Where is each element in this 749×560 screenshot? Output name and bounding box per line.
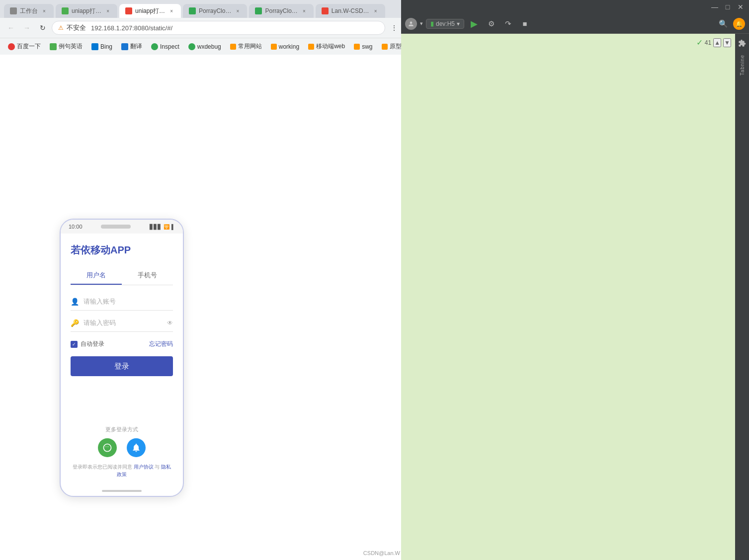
wifi-icon: 🛜 <box>164 224 169 230</box>
login-button[interactable]: 登录 <box>71 356 173 376</box>
bookmark-favicon-changyong <box>230 44 236 50</box>
phone-time: 10:00 <box>69 224 83 230</box>
back-button[interactable]: ← <box>4 21 18 35</box>
scroll-up-button[interactable]: ▲ <box>713 38 721 47</box>
address-bar[interactable]: ⚠ 不安全 192.168.1.207:8080/static/#/ <box>52 21 385 35</box>
bookmark-label-yuanxing: 原型 <box>390 42 402 51</box>
redo-button[interactable]: ↷ <box>501 17 515 31</box>
bookmark-working[interactable]: working <box>267 40 303 53</box>
ide-close-button[interactable]: ✕ <box>736 2 745 11</box>
watermark: CSDN@Lan.W <box>363 550 400 556</box>
password-field[interactable]: 🔑 请输入密码 👁 <box>71 315 173 332</box>
build-button[interactable]: ⚙ <box>484 17 498 31</box>
tab-favicon-5 <box>255 7 262 14</box>
phone-body: 若依移动APP 用户名 手机号 👤 请输入账号 🔑 请输入密码 👁 <box>61 234 183 486</box>
eye-icon[interactable]: 👁 <box>167 320 173 326</box>
phone-signal: ▊▊▊ 🛜 ▌ <box>150 224 175 230</box>
tab-close-3[interactable]: × <box>168 7 175 14</box>
bookmark-favicon-inspect <box>151 43 158 50</box>
bookmark-changyong[interactable]: 常用网站 <box>226 40 266 53</box>
count-badge: 41 <box>705 39 711 46</box>
bookmark-label-translate: 翻译 <box>130 42 142 51</box>
ide-titlebar: — □ ✕ <box>401 0 749 14</box>
run-button[interactable]: ▶ <box>467 17 481 31</box>
bookmark-favicon-liju <box>50 43 57 50</box>
bookmark-lijuyingyu[interactable]: 例句英语 <box>46 40 86 53</box>
tab-porray2[interactable]: PorrayClo… × <box>249 4 313 18</box>
browser-content: 10:00 ▊▊▊ 🛜 ▌ 若依移动APP 用户名 手机号 <box>0 55 405 560</box>
bookmark-swg[interactable]: swg <box>350 40 376 53</box>
tabnine-label: Tabnine <box>740 55 745 76</box>
bookmark-inspect[interactable]: Inspect <box>147 40 183 53</box>
browser-toolbar: ← → ↻ ⚠ 不安全 192.168.1.207:8080/static/#/… <box>0 18 405 38</box>
address-text: 192.168.1.207:8080/static/#/ <box>91 24 172 32</box>
forgot-password-link[interactable]: 忘记密码 <box>149 340 173 348</box>
tab-favicon-2 <box>62 7 69 14</box>
tab-porray1[interactable]: PorrayClo… × <box>183 4 247 18</box>
ide-scroll-area: ✓ 41 ▲ ▼ <box>696 38 731 47</box>
tab-label-2: uniapp打… <box>72 7 101 15</box>
tab-favicon-6 <box>322 7 329 14</box>
home-bar-line <box>102 490 142 492</box>
stop-button[interactable]: ■ <box>518 17 532 31</box>
forward-button[interactable]: → <box>20 21 34 35</box>
tab-lanw[interactable]: Lan.W-CSD… × <box>316 4 385 18</box>
username-field[interactable]: 👤 请输入账号 <box>71 293 173 311</box>
tab-close-4[interactable]: × <box>234 7 241 14</box>
extensions-button[interactable]: ⋮ <box>387 21 401 35</box>
key-icon: 🔑 <box>71 319 80 327</box>
bookmark-favicon-bing <box>91 43 98 50</box>
notification-icon[interactable] <box>127 438 146 457</box>
more-login-section: 更多登录方式 <box>71 426 173 478</box>
user-avatar[interactable] <box>405 18 417 30</box>
tab-close-1[interactable]: × <box>41 7 48 14</box>
tab-phone[interactable]: 手机号 <box>122 267 173 285</box>
bookmark-label-working: working <box>279 43 299 50</box>
security-label: 不安全 <box>67 23 86 32</box>
phone-frame: 10:00 ▊▊▊ 🛜 ▌ 若依移动APP 用户名 手机号 <box>60 219 184 497</box>
branch-selector[interactable]: ▮ dev:H5 ▾ <box>426 19 464 29</box>
ide-content-area: ⋮ ✓ 41 ▲ ▼ Tabnine <box>401 34 749 560</box>
user-agreement-link[interactable]: 用户协议 <box>134 464 154 470</box>
bookmark-baiduyixia[interactable]: 百度一下 <box>4 40 45 53</box>
auto-login-label: 自动登录 <box>81 340 104 348</box>
bookmark-wxdebug[interactable]: wxdebug <box>184 40 225 53</box>
tab-uniapp2[interactable]: uniapp打… × <box>119 4 181 18</box>
bookmark-favicon-swg <box>354 44 360 50</box>
tab-uniapp1[interactable]: uniapp打… × <box>56 4 117 18</box>
tab-close-6[interactable]: × <box>372 7 379 14</box>
auto-login-left: ✓ 自动登录 <box>71 340 104 348</box>
ide-notification-button[interactable]: 🔔 <box>733 18 745 30</box>
bookmark-mobileweb[interactable]: 移动端web <box>304 40 349 53</box>
tab-favicon-3 <box>125 7 132 14</box>
bookmark-favicon-working <box>271 44 277 50</box>
password-placeholder: 请输入密码 <box>83 319 163 327</box>
ide-minimize-button[interactable]: — <box>710 2 719 11</box>
bookmark-favicon-yuanxing <box>382 44 388 50</box>
bookmark-label-baidu: 百度一下 <box>17 42 41 51</box>
battery-icon: ▌ <box>171 224 175 230</box>
bookmark-label-inspect: Inspect <box>160 43 179 50</box>
bookmark-bing[interactable]: Bing <box>87 40 116 53</box>
bookmark-label-swg: swg <box>362 43 372 50</box>
browser-window: 工作台 × uniapp打… × uniapp打… × PorrayClo… ×… <box>0 0 405 560</box>
auto-login-checkbox[interactable]: ✓ <box>71 341 78 348</box>
bookmark-favicon-baidu <box>8 43 15 50</box>
bookmark-translate[interactable]: 翻译 <box>117 40 146 53</box>
ide-plugin-icon[interactable] <box>737 38 748 49</box>
checkmark-icon: ✓ <box>696 38 703 47</box>
user-dropdown-icon[interactable]: ▾ <box>420 20 423 27</box>
bookmark-favicon-wxdebug <box>188 43 195 50</box>
tab-close-2[interactable]: × <box>104 7 111 14</box>
tab-gongzuotai[interactable]: 工作台 × <box>4 4 54 18</box>
tab-label-4: PorrayClo… <box>199 7 231 14</box>
scroll-down-button[interactable]: ▼ <box>723 38 731 47</box>
tab-username[interactable]: 用户名 <box>71 267 122 285</box>
ide-search-button[interactable]: 🔍 <box>716 17 730 31</box>
branch-logo: ▮ <box>430 20 434 27</box>
wechat-icon[interactable] <box>98 438 117 457</box>
ide-maximize-button[interactable]: □ <box>723 2 732 11</box>
tab-close-5[interactable]: × <box>301 7 308 14</box>
refresh-button[interactable]: ↻ <box>36 21 50 35</box>
auto-login-row: ✓ 自动登录 忘记密码 <box>71 340 173 348</box>
